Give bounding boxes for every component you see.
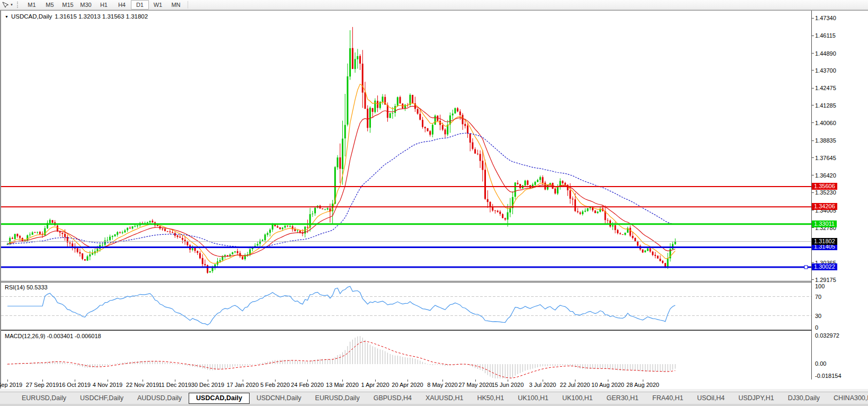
candle: [644, 251, 646, 252]
candle: [577, 211, 579, 213]
chart-tab-usdjpy-h1[interactable]: USDJPY,H1: [731, 393, 781, 404]
crosshair-tool-button[interactable]: ▼: [0, 1, 15, 9]
candle: [632, 236, 634, 238]
macd-chart[interactable]: [1, 331, 811, 379]
macd-histogram-bar: [72, 364, 73, 365]
price-tick-label: 1.36420: [815, 172, 836, 179]
chart-tab-uk100-h1[interactable]: UK100,H1: [511, 393, 555, 404]
timeframe-button-m15[interactable]: M15: [59, 0, 77, 10]
candle: [442, 125, 444, 130]
macd-histogram-bar: [115, 364, 116, 364]
chart-tab-eurusd-daily[interactable]: EURUSD,Daily: [15, 393, 73, 404]
price-tick-label: 1.47340: [815, 15, 836, 21]
macd-histogram-bar: [578, 364, 578, 368]
macd-panel[interactable]: MACD(12,26,9) -0.003401 -0.006018: [1, 330, 811, 380]
candle: [587, 208, 589, 211]
rsi-panel[interactable]: RSI(14) 50.5333: [1, 282, 811, 330]
candle: [209, 271, 211, 272]
candle: [222, 257, 223, 260]
candle: [167, 231, 169, 232]
price-tick-label: 1.38835: [815, 137, 836, 144]
macd-histogram-bar: [157, 361, 158, 364]
line-drag-handle[interactable]: [804, 266, 808, 269]
chart-tab-xauusd-h1[interactable]: XAUUSD,H1: [419, 393, 471, 404]
timeframe-button-h1[interactable]: H1: [95, 0, 113, 10]
date-axis[interactable]: 9 Sep 201927 Sep 201916 Oct 20194 Nov 20…: [1, 379, 868, 389]
candle: [92, 253, 93, 255]
chart-tab-hk50-h1[interactable]: HK50,H1: [470, 393, 511, 404]
macd-histogram-bar: [70, 364, 70, 365]
candle: [29, 235, 31, 235]
candle: [647, 249, 649, 251]
candle: [654, 255, 656, 256]
chart-tab-usoil-h4[interactable]: USOil,H4: [690, 393, 731, 404]
chart-tab-usdcad-daily[interactable]: USDCAD,Daily: [189, 393, 250, 404]
candle: [312, 214, 313, 214]
chart-tab-dj30-daily[interactable]: DJ30,Daily: [781, 393, 827, 404]
candle: [422, 120, 423, 127]
macd-histogram-bar: [75, 364, 75, 365]
timeframe-button-mn[interactable]: MN: [167, 0, 185, 10]
chart-tab-usdcnh-daily[interactable]: USDCNH,Daily: [250, 393, 308, 404]
timeframe-button-m5[interactable]: M5: [41, 0, 59, 10]
macd-histogram-bar: [297, 361, 298, 364]
chart-tab-china300-h1[interactable]: CHINA300,H1: [827, 393, 868, 404]
candlestick-chart[interactable]: [1, 11, 811, 281]
macd-histogram-bar: [655, 364, 656, 372]
chart-tab-usdchf-daily[interactable]: USDCHF,Daily: [73, 393, 130, 404]
candle: [282, 228, 284, 230]
macd-histogram-bar: [400, 356, 401, 364]
candle: [574, 199, 576, 211]
chart-tab-ger30-h1[interactable]: GER30,H1: [600, 393, 645, 404]
candle: [337, 157, 339, 167]
price-tick-label: 1.43700: [815, 67, 836, 74]
macd-histogram-bar: [437, 364, 438, 365]
macd-histogram-bar: [357, 337, 358, 364]
macd-histogram-bar: [90, 364, 90, 368]
macd-histogram-bar: [182, 364, 183, 365]
candle: [470, 134, 471, 143]
candle: [675, 242, 676, 244]
timeframe-button-w1[interactable]: W1: [149, 0, 167, 10]
timeframe-button-d1[interactable]: D1: [131, 0, 149, 10]
macd-histogram-bar: [637, 364, 638, 371]
macd-histogram-bar: [600, 364, 600, 368]
candle: [477, 154, 479, 154]
rsi-chart[interactable]: [1, 283, 811, 330]
candle: [157, 225, 158, 226]
macd-histogram-bar: [252, 364, 253, 365]
macd-histogram-bar: [192, 364, 193, 367]
candle: [227, 255, 228, 256]
chart-tab-eurusd-daily[interactable]: EURUSD,Daily: [308, 393, 367, 404]
candle: [382, 96, 384, 102]
timeframe-button-m30[interactable]: M30: [77, 0, 95, 10]
date-tick-label: 5 Feb 2020: [260, 382, 290, 388]
candle: [527, 181, 528, 185]
chart-tab-audusd-daily[interactable]: AUDUSD,Daily: [130, 393, 189, 404]
timeframe-button-h4[interactable]: H4: [113, 0, 131, 10]
candle: [234, 251, 236, 252]
chevron-down-icon[interactable]: ▼: [10, 3, 13, 6]
macd-histogram-bar: [565, 364, 565, 365]
candle: [462, 115, 464, 125]
candle: [392, 113, 393, 113]
price-axis[interactable]: 1.473401.461151.448901.437001.424751.412…: [811, 11, 868, 379]
symbol-dropdown-icon[interactable]: ▼: [5, 15, 8, 19]
candle: [242, 257, 243, 259]
candle: [152, 220, 153, 222]
candle: [445, 129, 446, 134]
timeframe-button-m1[interactable]: M1: [23, 0, 41, 10]
macd-histogram-bar: [225, 364, 225, 368]
macd-histogram-bar: [477, 364, 478, 369]
price-chart-panel[interactable]: ▼ USDCAD,Daily 1.31615 1.32013 1.31563 1…: [1, 11, 811, 281]
candle: [517, 183, 518, 184]
candle: [355, 59, 356, 69]
chart-tab-fra40-h1[interactable]: FRA40,H1: [645, 393, 690, 404]
chart-tab-uk100-h1[interactable]: UK100,H1: [555, 393, 600, 404]
candle: [26, 235, 28, 240]
candle: [77, 249, 78, 252]
macd-histogram-bar: [588, 364, 588, 369]
level-price-badge-1.30022: 1.30022: [812, 263, 837, 270]
candle: [584, 211, 586, 212]
chart-tab-gbpusd-h4[interactable]: GBPUSD,H4: [367, 393, 419, 404]
